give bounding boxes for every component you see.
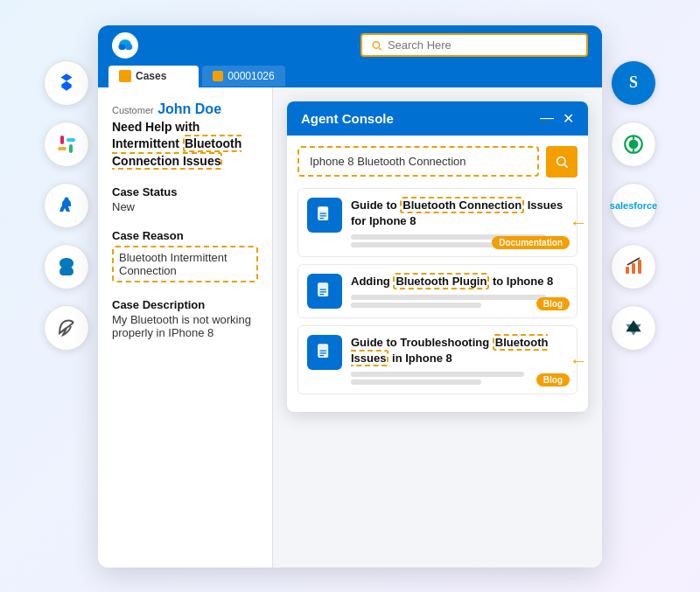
result-title-2-highlight: Bluetooth Plugin (393, 273, 489, 289)
zendesk-icon[interactable] (611, 305, 656, 351)
result-badge-2: Blog (536, 297, 570, 310)
result-title-3: Guide to Troubleshooting Bluetooth Issue… (351, 335, 568, 366)
result-title-1-highlight: Bluetooth Connection (400, 197, 524, 213)
console-search-row (298, 146, 578, 178)
result-lines-3 (351, 372, 568, 385)
sharepoint-letter: S (629, 73, 638, 92)
green-target-icon[interactable] (611, 122, 656, 167)
result-badge-3: Blog (536, 373, 570, 387)
svg-rect-3 (66, 138, 75, 142)
case-reason-label: Case Reason (112, 229, 258, 242)
case-status-label: Case Status (112, 185, 258, 198)
content-area: Customer John Doe Need Help with Intermi… (98, 87, 602, 568)
left-side-icons (44, 60, 89, 351)
case-number-icon (213, 71, 223, 81)
console-controls: — ✕ (540, 110, 574, 127)
top-search-icon (371, 39, 382, 52)
case-description-value: My Bluetooth is not working properly in … (112, 313, 258, 339)
case-number-label: 00001026 (228, 70, 274, 82)
result-title-1: Guide to Bluetooth Connection Issues for… (351, 198, 568, 229)
dropbox-icon[interactable] (44, 60, 89, 106)
console-search-button[interactable] (546, 146, 578, 178)
drupal-icon[interactable] (44, 244, 89, 289)
feather-icon[interactable] (44, 305, 89, 351)
svg-rect-21 (318, 206, 328, 210)
sharepoint-icon[interactable]: S (611, 60, 656, 106)
svg-line-17 (379, 47, 382, 50)
result-item-1[interactable]: Guide to Bluetooth Connection Issues for… (298, 188, 578, 257)
result-item-3[interactable]: Guide to Troubleshooting Bluetooth Issue… (298, 325, 578, 394)
result-line (351, 372, 524, 377)
result-badge-1: Documentation (492, 236, 570, 249)
console-body: Guide to Bluetooth Connection Issues for… (287, 136, 588, 413)
salesforce-logo[interactable] (112, 32, 138, 59)
analytics-chart-icon[interactable] (611, 244, 656, 289)
result-content-3: Guide to Troubleshooting Bluetooth Issue… (351, 335, 568, 385)
svg-rect-11 (632, 263, 635, 274)
arrow-3: ← (570, 350, 587, 370)
result-line (351, 380, 481, 385)
salesforce-cloud-icon[interactable]: salesforce (611, 183, 656, 228)
result-content-2: Adding Bluetooth Plugin to Iphone 8 (351, 274, 568, 308)
svg-rect-1 (69, 144, 73, 153)
human-icon[interactable] (44, 183, 89, 228)
result-icon-2 (307, 274, 342, 309)
top-search-input[interactable] (388, 38, 578, 52)
document-icon-2 (315, 282, 334, 301)
tab-bar: Cases ▼ 00001026 (98, 66, 602, 87)
svg-rect-10 (626, 267, 629, 274)
result-lines-2 (351, 295, 568, 308)
top-search-bar (98, 25, 602, 66)
svg-point-16 (373, 41, 380, 48)
cases-tab[interactable]: Cases ▼ (108, 66, 199, 87)
customer-name: John Doe (158, 101, 221, 116)
svg-point-18 (557, 157, 565, 164)
right-side-icons: S salesforce (611, 60, 656, 351)
case-reason-value: Bluetooth Intermittent Connection (112, 246, 258, 282)
close-button[interactable]: ✕ (563, 110, 574, 127)
arrow-1: ← (570, 212, 587, 233)
result-line (351, 295, 546, 300)
cases-tab-icon (119, 70, 131, 82)
cases-tab-label: Cases (136, 70, 166, 82)
console-search-icon (555, 155, 569, 169)
svg-point-7 (629, 139, 639, 149)
svg-point-15 (125, 44, 132, 50)
agent-console-header: Agent Console — ✕ (287, 101, 588, 136)
result-title-2: Adding Bluetooth Plugin to Iphone 8 (351, 274, 568, 289)
document-icon-1 (315, 205, 334, 225)
agent-console: Agent Console — ✕ (287, 101, 588, 413)
result-item-2[interactable]: Adding Bluetooth Plugin to Iphone 8 Blog (298, 264, 578, 318)
case-title: Need Help with Intermittent Bluetooth Co… (112, 119, 258, 171)
result-icon-3 (307, 335, 342, 370)
result-line (351, 303, 481, 308)
svg-rect-2 (58, 147, 66, 150)
agent-console-title: Agent Console (301, 111, 394, 126)
cases-dropdown-arrow[interactable]: ▼ (171, 70, 188, 83)
customer-line: Customer John Doe (112, 101, 258, 117)
case-number-tab[interactable]: 00001026 (202, 66, 284, 87)
case-status-value: New (112, 200, 258, 213)
main-area: Agent Console — ✕ (273, 87, 602, 568)
minimize-button[interactable]: — (540, 110, 554, 127)
case-description-label: Case Description (112, 298, 258, 311)
slack-icon[interactable] (44, 122, 89, 167)
customer-label: Customer (112, 105, 154, 115)
case-sidebar: Customer John Doe Need Help with Intermi… (98, 87, 273, 568)
crm-window: Cases ▼ 00001026 Customer John Doe Need … (98, 25, 602, 568)
top-search-wrapper[interactable] (360, 33, 588, 57)
svg-line-19 (564, 164, 567, 167)
console-search-input[interactable] (298, 146, 539, 177)
result-icon-1 (307, 198, 342, 233)
document-icon-3 (315, 343, 334, 362)
result-title-3-highlight: Bluetooth Issues (351, 334, 548, 366)
svg-rect-12 (638, 260, 641, 274)
svg-rect-0 (60, 136, 64, 144)
svg-point-14 (119, 44, 126, 50)
